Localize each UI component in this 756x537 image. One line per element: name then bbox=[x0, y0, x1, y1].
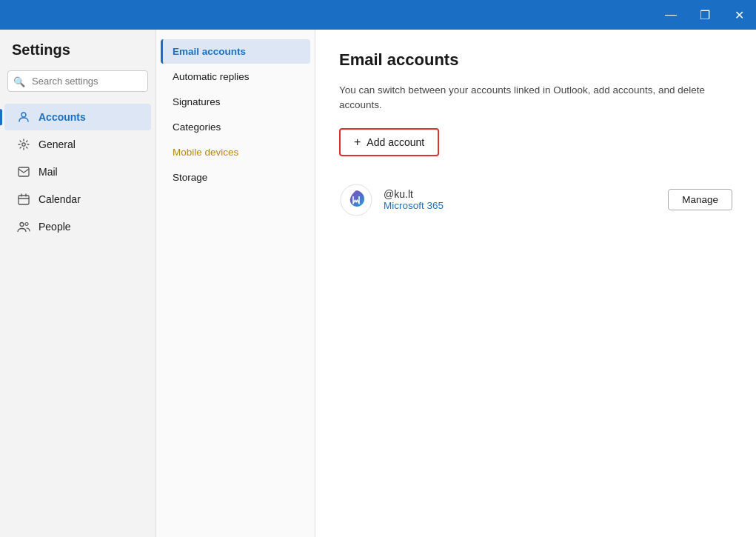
mail-icon bbox=[16, 164, 31, 179]
sidebar-item-calendar[interactable]: Calendar bbox=[4, 186, 151, 213]
description: You can switch between your accounts lin… bbox=[339, 83, 732, 113]
middle-item-storage-label: Storage bbox=[173, 172, 207, 183]
window-controls: — ❐ ✕ bbox=[654, 0, 756, 30]
sidebar-item-people[interactable]: People bbox=[4, 213, 151, 240]
middle-item-automatic-replies-label: Automatic replies bbox=[173, 71, 250, 82]
middle-item-signatures-label: Signatures bbox=[173, 96, 221, 107]
middle-item-storage[interactable]: Storage bbox=[161, 165, 310, 190]
middle-item-mobile-devices[interactable]: Mobile devices bbox=[161, 140, 310, 164]
middle-item-signatures[interactable]: Signatures bbox=[161, 90, 310, 114]
app-container: Settings 🔍 Accounts General bbox=[0, 30, 756, 537]
svg-point-4 bbox=[20, 223, 24, 227]
svg-rect-2 bbox=[19, 167, 29, 176]
account-row: @ku.lt Microsoft 365 Manage bbox=[339, 177, 732, 223]
search-input[interactable] bbox=[7, 70, 148, 92]
svg-point-1 bbox=[22, 143, 25, 146]
manage-button[interactable]: Manage bbox=[668, 189, 732, 210]
account-logo bbox=[339, 183, 373, 217]
account-info: @ku.lt Microsoft 365 bbox=[384, 188, 658, 211]
minimize-button[interactable]: — bbox=[654, 0, 688, 30]
middle-item-mobile-devices-label: Mobile devices bbox=[173, 147, 238, 158]
svg-point-5 bbox=[25, 223, 28, 226]
middle-item-email-accounts-label: Email accounts bbox=[173, 46, 246, 57]
middle-item-email-accounts[interactable]: Email accounts bbox=[161, 39, 310, 64]
sidebar: Settings 🔍 Accounts General bbox=[0, 30, 155, 537]
svg-rect-3 bbox=[19, 196, 29, 204]
accounts-icon bbox=[16, 110, 31, 124]
page-title: Email accounts bbox=[339, 50, 732, 70]
sidebar-item-accounts-label: Accounts bbox=[39, 111, 86, 123]
calendar-icon bbox=[16, 192, 31, 207]
sidebar-item-calendar-label: Calendar bbox=[39, 193, 81, 205]
sidebar-item-people-label: People bbox=[39, 221, 71, 233]
account-name: Microsoft 365 bbox=[384, 200, 658, 211]
people-icon bbox=[16, 219, 31, 234]
middle-panel: Email accounts Automatic replies Signatu… bbox=[155, 30, 315, 537]
sidebar-item-mail[interactable]: Mail bbox=[4, 159, 151, 185]
search-icon: 🔍 bbox=[13, 76, 25, 87]
sidebar-item-general-label: General bbox=[39, 139, 76, 150]
general-icon bbox=[16, 137, 31, 152]
svg-point-0 bbox=[21, 113, 26, 117]
sidebar-item-mail-label: Mail bbox=[39, 166, 58, 178]
sidebar-item-general[interactable]: General bbox=[4, 131, 151, 158]
sidebar-item-accounts[interactable]: Accounts bbox=[4, 104, 151, 130]
close-button[interactable]: ✕ bbox=[722, 0, 756, 30]
middle-item-categories[interactable]: Categories bbox=[161, 115, 310, 139]
middle-item-categories-label: Categories bbox=[173, 121, 221, 133]
add-account-button[interactable]: + Add account bbox=[339, 128, 439, 156]
middle-item-automatic-replies[interactable]: Automatic replies bbox=[161, 64, 310, 89]
sidebar-title: Settings bbox=[0, 41, 155, 70]
search-box: 🔍 bbox=[7, 70, 148, 92]
maximize-button[interactable]: ❐ bbox=[688, 0, 722, 30]
main-content: Email accounts You can switch between yo… bbox=[315, 30, 756, 537]
plus-icon: + bbox=[354, 136, 361, 149]
titlebar: — ❐ ✕ bbox=[0, 0, 756, 30]
add-account-label: Add account bbox=[367, 136, 424, 148]
account-email: @ku.lt bbox=[384, 188, 658, 200]
